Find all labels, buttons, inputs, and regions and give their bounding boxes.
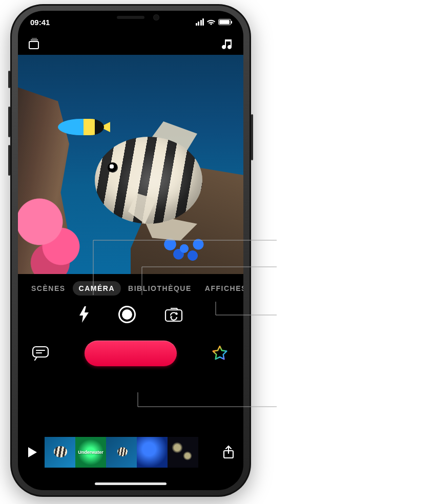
timeline-clip[interactable]	[168, 437, 198, 468]
timeline-clip[interactable]: Underwater	[75, 437, 106, 468]
tab-scenes[interactable]: SCÈNES	[25, 281, 72, 296]
tab-library[interactable]: BIBLIOTHÈQUE	[122, 281, 198, 296]
side-button	[251, 114, 253, 160]
timeline-row: Underwater	[18, 437, 243, 468]
record-button[interactable]	[85, 341, 177, 366]
record-row	[22, 341, 239, 366]
camera-controls	[22, 306, 239, 323]
viewer	[18, 55, 243, 274]
viewer-subject-fish	[79, 116, 223, 234]
nav-bar	[18, 33, 243, 55]
svg-rect-0	[29, 41, 38, 49]
svg-rect-2	[33, 347, 48, 357]
timeline-clip[interactable]	[45, 437, 75, 468]
volume-up-button	[8, 107, 10, 137]
timeline-clip[interactable]	[137, 437, 168, 468]
clip-label: Underwater	[78, 450, 103, 455]
mute-switch	[8, 71, 10, 88]
tab-posters[interactable]: AFFICHES	[199, 281, 243, 296]
timeline[interactable]: Underwater	[45, 437, 216, 468]
live-titles-button[interactable]	[30, 344, 53, 363]
tab-camera[interactable]: CAMÉRA	[73, 281, 121, 296]
flash-button[interactable]	[78, 306, 90, 323]
cellular-icon	[196, 18, 204, 26]
media-tabs: SCÈNES CAMÉRA BIBLIOTHÈQUE AFFICHES	[22, 281, 239, 296]
effects-button[interactable]	[209, 344, 231, 363]
status-time: 09:41	[30, 18, 50, 27]
projects-button[interactable]	[27, 37, 41, 51]
flip-camera-button[interactable]	[164, 307, 183, 322]
share-button[interactable]	[221, 445, 236, 459]
music-button[interactable]	[220, 37, 234, 51]
home-indicator[interactable]	[95, 482, 167, 485]
wifi-icon	[206, 18, 216, 26]
screen: 09:41	[18, 11, 243, 490]
phone-frame: 09:41	[10, 4, 251, 497]
notch	[77, 11, 184, 27]
shutter-button[interactable]	[118, 306, 136, 323]
volume-down-button	[8, 145, 10, 176]
play-button[interactable]	[25, 447, 39, 458]
timeline-clip[interactable]	[106, 437, 137, 468]
battery-icon	[218, 19, 231, 25]
